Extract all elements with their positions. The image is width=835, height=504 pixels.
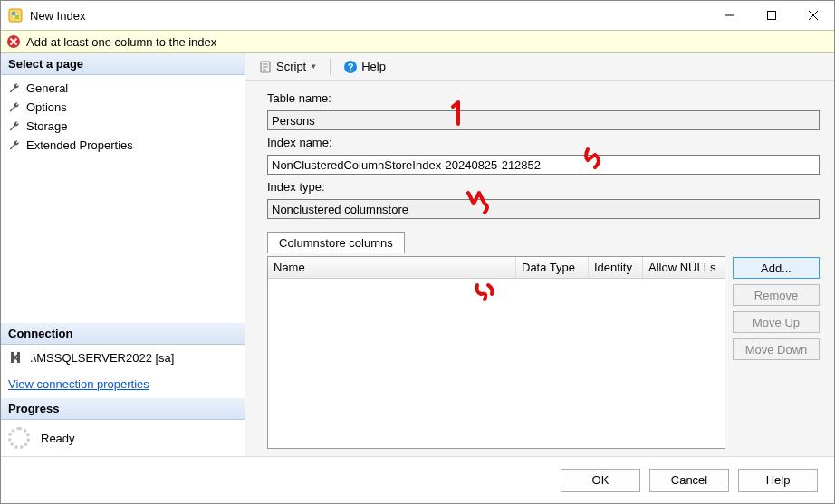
page-item-label: Extended Properties (26, 138, 133, 152)
dialog-button-bar: OK Cancel Help (1, 456, 834, 503)
window-title: New Index (30, 9, 709, 23)
grid-header: Name Data Type Identity Allow NULLs (268, 257, 725, 279)
help-button[interactable]: ? Help (338, 58, 391, 76)
form-area: Table name: Index name: Index type: Colu… (245, 81, 834, 456)
progress-header: Progress (1, 398, 245, 420)
index-name-label: Index name: (267, 134, 820, 151)
page-item-options[interactable]: Options (1, 98, 245, 117)
page-item-general[interactable]: General (1, 79, 245, 98)
select-page-header: Select a page (1, 53, 245, 75)
wrench-icon (8, 82, 21, 95)
progress-body: Ready (1, 420, 245, 456)
app-icon (8, 8, 23, 23)
error-icon (6, 34, 21, 49)
col-header-allow-nulls[interactable]: Allow NULLs (643, 257, 725, 278)
progress-spinner-icon (8, 427, 30, 449)
left-panel: Select a page General Options Storage Ex… (1, 53, 245, 456)
index-name-field[interactable] (267, 155, 820, 175)
table-name-field (267, 110, 820, 130)
move-down-button[interactable]: Move Down (733, 338, 820, 360)
wrench-icon (8, 139, 21, 152)
toolbar-separator (330, 59, 331, 75)
connection-value: .\MSSQLSERVER2022 [sa] (30, 351, 174, 365)
index-type-label: Index type: (267, 178, 820, 195)
index-type-field (267, 199, 820, 219)
svg-rect-10 (11, 352, 14, 363)
script-icon (258, 60, 273, 74)
svg-rect-11 (17, 352, 20, 363)
title-bar: New Index (1, 1, 834, 30)
server-icon (8, 350, 23, 365)
right-panel: Script ▼ ? Help Table name: Index name: … (245, 53, 834, 456)
view-connection-properties-link[interactable]: View connection properties (1, 370, 245, 398)
close-button[interactable] (792, 1, 834, 30)
page-item-extended-properties[interactable]: Extended Properties (1, 136, 245, 155)
page-item-storage[interactable]: Storage (1, 117, 245, 136)
page-list: General Options Storage Extended Propert… (1, 75, 245, 158)
help-icon: ? (343, 60, 358, 74)
warning-text: Add at least one column to the index (26, 35, 216, 49)
page-item-label: General (26, 81, 68, 95)
help-dialog-button[interactable]: Help (738, 469, 818, 492)
remove-button[interactable]: Remove (733, 284, 820, 306)
ok-button[interactable]: OK (561, 469, 640, 492)
script-button[interactable]: Script ▼ (253, 58, 322, 76)
cancel-button[interactable]: Cancel (649, 469, 729, 492)
col-header-identity[interactable]: Identity (589, 257, 643, 278)
maximize-button[interactable] (751, 1, 792, 30)
chevron-down-icon: ▼ (310, 62, 317, 71)
move-up-button[interactable]: Move Up (733, 311, 820, 333)
grid-buttons: Add... Remove Move Up Move Down (733, 256, 820, 449)
grid-body[interactable] (268, 279, 725, 448)
page-item-label: Storage (26, 119, 68, 133)
svg-rect-4 (768, 12, 776, 20)
progress-status: Ready (41, 432, 75, 445)
wrench-icon (8, 120, 21, 133)
script-label: Script (276, 60, 306, 73)
connection-header: Connection (1, 323, 245, 345)
wrench-icon (8, 101, 21, 114)
col-header-data-type[interactable]: Data Type (516, 257, 589, 278)
minimize-button[interactable] (709, 1, 751, 30)
content-toolbar: Script ▼ ? Help (245, 53, 834, 81)
col-header-name[interactable]: Name (268, 257, 516, 278)
svg-rect-1 (12, 12, 15, 15)
table-name-label: Table name: (267, 90, 820, 107)
tab-columnstore-columns[interactable]: Columnstore columns (267, 232, 405, 253)
columns-grid[interactable]: Name Data Type Identity Allow NULLs (267, 256, 725, 449)
add-button[interactable]: Add... (733, 257, 820, 279)
svg-text:?: ? (348, 62, 354, 72)
connection-info: .\MSSQLSERVER2022 [sa] (1, 345, 245, 370)
warning-bar: Add at least one column to the index (1, 30, 834, 53)
svg-rect-2 (15, 15, 19, 19)
help-label: Help (361, 60, 386, 73)
page-item-label: Options (26, 100, 67, 114)
